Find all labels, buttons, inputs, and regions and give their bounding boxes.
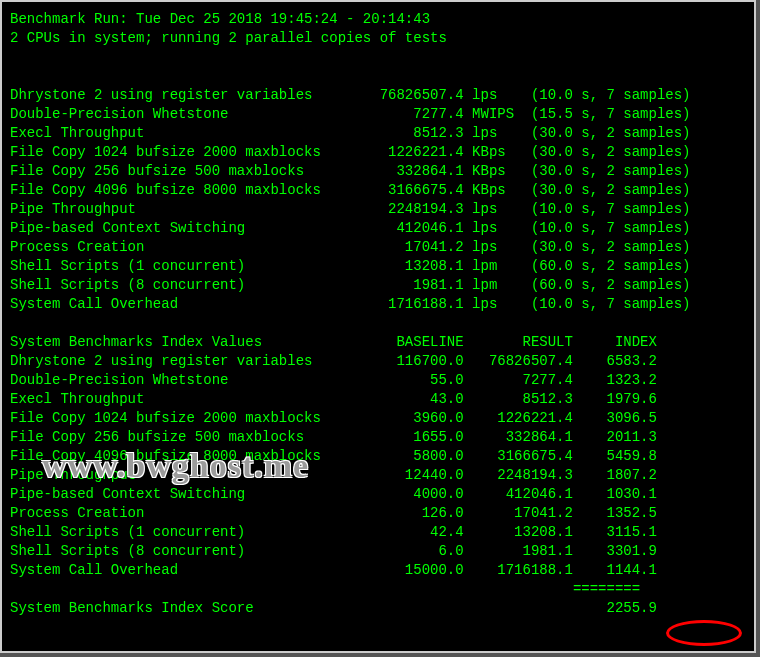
index-block: Dhrystone 2 using register variables 116… <box>10 352 750 580</box>
result-row: System Call Overhead 1716188.1 lps (10.0… <box>10 295 750 314</box>
index-row: File Copy 4096 bufsize 8000 maxblocks 58… <box>10 447 750 466</box>
header-cpu: 2 CPUs in system; running 2 parallel cop… <box>10 29 750 48</box>
index-row: System Call Overhead 15000.0 1716188.1 1… <box>10 561 750 580</box>
header-run: Benchmark Run: Tue Dec 25 2018 19:45:24 … <box>10 10 750 29</box>
index-header: System Benchmarks Index Values BASELINE … <box>10 333 750 352</box>
score-line: System Benchmarks Index Score 2255.9 <box>10 599 750 618</box>
index-row: Dhrystone 2 using register variables 116… <box>10 352 750 371</box>
result-row: Process Creation 17041.2 lps (30.0 s, 2 … <box>10 238 750 257</box>
blank <box>10 314 750 333</box>
divider: ======== <box>10 580 750 599</box>
result-row: File Copy 256 bufsize 500 maxblocks 3328… <box>10 162 750 181</box>
score-highlight-icon <box>666 620 742 646</box>
index-row: File Copy 256 bufsize 500 maxblocks 1655… <box>10 428 750 447</box>
results-block: Dhrystone 2 using register variables 768… <box>10 86 750 314</box>
result-row: Shell Scripts (1 concurrent) 13208.1 lpm… <box>10 257 750 276</box>
blank <box>10 48 750 67</box>
index-row: Shell Scripts (1 concurrent) 42.4 13208.… <box>10 523 750 542</box>
index-row: Process Creation 126.0 17041.2 1352.5 <box>10 504 750 523</box>
blank <box>10 67 750 86</box>
result-row: Dhrystone 2 using register variables 768… <box>10 86 750 105</box>
index-row: Pipe Throughput 12440.0 2248194.3 1807.2 <box>10 466 750 485</box>
result-row: Double-Precision Whetstone 7277.4 MWIPS … <box>10 105 750 124</box>
result-row: File Copy 4096 bufsize 8000 maxblocks 31… <box>10 181 750 200</box>
index-row: Shell Scripts (8 concurrent) 6.0 1981.1 … <box>10 542 750 561</box>
result-row: Pipe-based Context Switching 412046.1 lp… <box>10 219 750 238</box>
result-row: Shell Scripts (8 concurrent) 1981.1 lpm … <box>10 276 750 295</box>
index-row: Double-Precision Whetstone 55.0 7277.4 1… <box>10 371 750 390</box>
result-row: Execl Throughput 8512.3 lps (30.0 s, 2 s… <box>10 124 750 143</box>
terminal-output: Benchmark Run: Tue Dec 25 2018 19:45:24 … <box>0 0 756 653</box>
index-row: File Copy 1024 bufsize 2000 maxblocks 39… <box>10 409 750 428</box>
result-row: Pipe Throughput 2248194.3 lps (10.0 s, 7… <box>10 200 750 219</box>
index-row: Pipe-based Context Switching 4000.0 4120… <box>10 485 750 504</box>
index-row: Execl Throughput 43.0 8512.3 1979.6 <box>10 390 750 409</box>
result-row: File Copy 1024 bufsize 2000 maxblocks 12… <box>10 143 750 162</box>
